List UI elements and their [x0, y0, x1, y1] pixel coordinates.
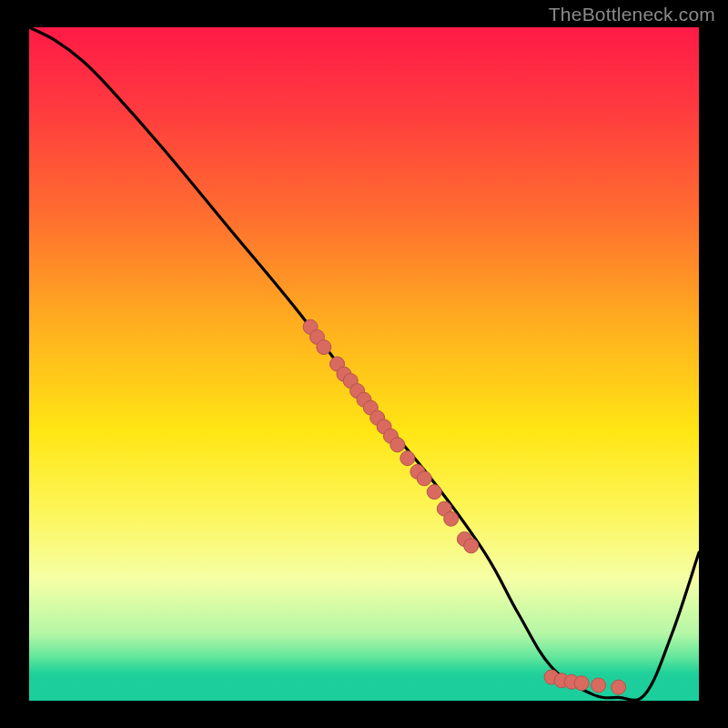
marker-dot	[427, 485, 441, 500]
marker-dot	[390, 438, 405, 452]
marker-dot	[317, 340, 331, 355]
marker-dot	[612, 680, 626, 694]
marker-dot	[574, 676, 589, 691]
chart-stage: TheBottleneck.com	[0, 0, 728, 728]
marker-dot	[444, 511, 459, 526]
watermark-text: TheBottleneck.com	[549, 4, 715, 25]
marker-dot	[417, 471, 431, 486]
plot-background	[29, 27, 699, 701]
marker-dot	[464, 539, 479, 553]
bottleneck-chart	[0, 0, 728, 728]
marker-dot	[400, 451, 415, 466]
marker-dot	[592, 678, 606, 693]
